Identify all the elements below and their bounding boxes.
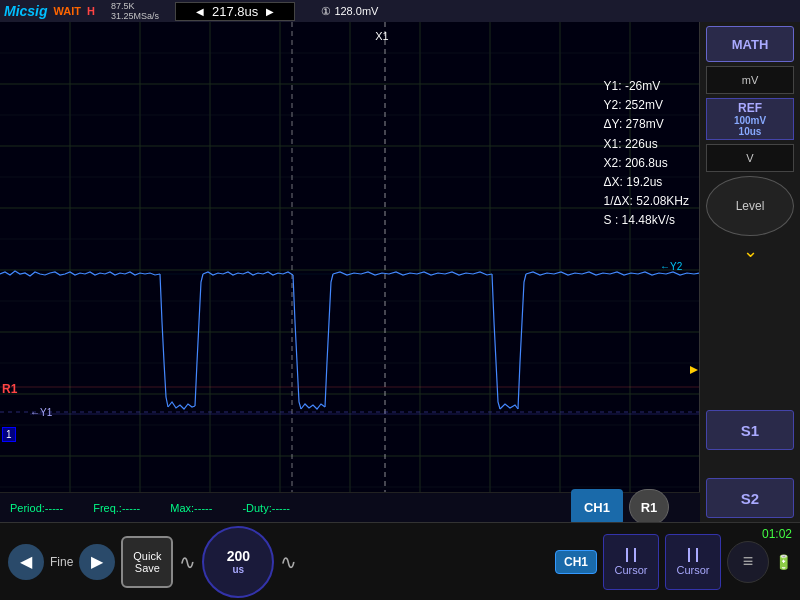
cursor1-icon: [619, 548, 643, 562]
ch1-button[interactable]: CH1: [571, 489, 623, 525]
level-knob[interactable]: Level: [706, 176, 794, 236]
sample-rate-info: 87.5K 31.25MSa/s: [111, 1, 159, 21]
meas-y2: Y2: 252mV: [604, 96, 689, 115]
meas-s: S : 14.48kV/s: [604, 211, 689, 230]
r1-label: R1: [2, 382, 17, 396]
quick-save-button[interactable]: Quick Save: [121, 536, 173, 588]
ref-100mv: 100mV: [734, 115, 766, 126]
timebase-knob[interactable]: 200 us: [202, 526, 274, 598]
v-button[interactable]: V: [706, 144, 794, 172]
meas-period: Period:-----: [10, 502, 63, 514]
meas-y1: Y1: -26mV: [604, 77, 689, 96]
right-panel: MATH mV REF 100mV 10us V Level ⌄ S1 S2: [700, 22, 800, 522]
meas-duty: -Duty:-----: [242, 502, 290, 514]
trigger-info: ① 128.0mV: [321, 5, 378, 18]
ref-button[interactable]: REF 100mV 10us: [706, 98, 794, 140]
settings-button[interactable]: ≡: [727, 541, 769, 583]
ref-label: REF: [738, 101, 762, 115]
ch-r1-container: CH1 R1: [540, 492, 700, 522]
ch1-bottom-indicator[interactable]: CH1: [555, 550, 597, 574]
y1-label: ←Y1: [30, 407, 52, 418]
timebase-knob-unit: us: [233, 564, 245, 575]
cursor2-icon: [681, 548, 705, 562]
cursor2-label: Cursor: [676, 564, 709, 576]
status-h: H: [87, 5, 95, 17]
settings-icon: ≡: [743, 551, 754, 572]
next-button[interactable]: ▶: [79, 544, 115, 580]
battery-icon: 🔋: [775, 554, 792, 570]
meas-dy: ΔY: 278mV: [604, 115, 689, 134]
quick-save-line2: Save: [135, 562, 160, 574]
top-bar: Micsig WAIT H 87.5K 31.25MSa/s ◀ 217.8us…: [0, 0, 800, 22]
chevron-down-icon: ⌄: [743, 240, 758, 262]
timebase-knob-value: 200: [227, 548, 250, 564]
timebase-left-arrow[interactable]: ◀: [196, 6, 204, 17]
svg-text:X1: X1: [375, 30, 388, 42]
quick-save-line1: Quick: [133, 550, 161, 562]
wave-right-icon: ∿: [280, 550, 297, 574]
math-button[interactable]: MATH: [706, 26, 794, 62]
time-display: 01:02: [762, 527, 792, 541]
meas-inv-dx: 1/ΔX: 52.08KHz: [604, 192, 689, 211]
r1-button[interactable]: R1: [629, 489, 669, 525]
timebase-value: 217.8us: [212, 4, 258, 19]
cursor2-button[interactable]: Cursor: [665, 534, 721, 590]
meas-freq: Freq.:-----: [93, 502, 140, 514]
wave-left-icon: ∿: [179, 550, 196, 574]
svg-text:←Y2: ←Y2: [660, 261, 683, 272]
meas-x1: X1: 226us: [604, 135, 689, 154]
meas-dx: ΔX: 19.2us: [604, 173, 689, 192]
ch1-scope-indicator: 1: [2, 427, 16, 442]
cursor1-label: Cursor: [614, 564, 647, 576]
logo: Micsig: [4, 3, 48, 19]
scope-area: X1 X2 ←Y2 Y1: -26mV Y2: 252mV ΔY: 278mV …: [0, 22, 700, 522]
timebase-right-arrow[interactable]: ▶: [266, 6, 274, 17]
meas-max: Max:-----: [170, 502, 212, 514]
s1-button[interactable]: S1: [706, 410, 794, 450]
meas-x2: X2: 206.8us: [604, 154, 689, 173]
ref-10us: 10us: [739, 126, 762, 137]
timebase-display[interactable]: ◀ 217.8us ▶: [175, 2, 295, 21]
bottom-bar: ◀ Fine ▶ Quick Save ∿ 200 us ∿ CH1 Curso…: [0, 522, 800, 600]
status-wait: WAIT: [54, 5, 82, 17]
level-label: Level: [736, 199, 765, 213]
prev-button[interactable]: ◀: [8, 544, 44, 580]
mv-button[interactable]: mV: [706, 66, 794, 94]
measurements-overlay: Y1: -26mV Y2: 252mV ΔY: 278mV X1: 226us …: [604, 77, 689, 231]
grid: X1 X2 ←Y2: [0, 22, 699, 522]
cursor1-button[interactable]: Cursor: [603, 534, 659, 590]
fine-label: Fine: [50, 555, 73, 569]
s2-button[interactable]: S2: [706, 478, 794, 518]
